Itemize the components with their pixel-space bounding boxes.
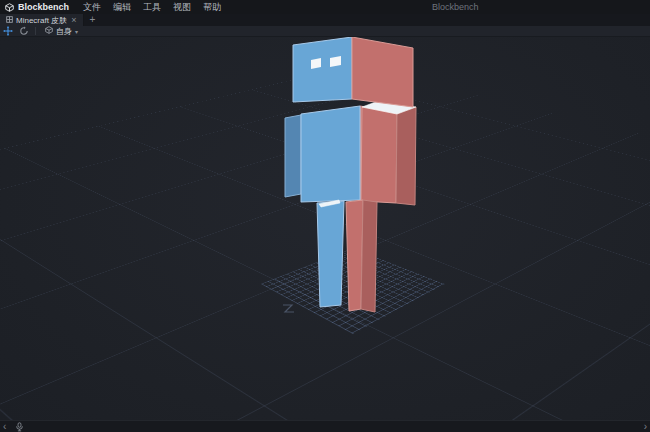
- rotate-tool-icon[interactable]: [19, 26, 29, 36]
- app-name: Blockbench: [18, 2, 69, 12]
- transform-space-dropdown[interactable]: 自身 ▾: [42, 26, 81, 37]
- menu-item-file[interactable]: 文件: [77, 1, 107, 14]
- left-arm-face: [285, 115, 301, 197]
- viewport-3d[interactable]: [0, 37, 650, 420]
- menubar: Blockbench 文件 编辑 工具 视图 帮助 Blockbench: [0, 0, 650, 14]
- right-leg-side-face: [361, 200, 377, 312]
- origin-axis-marker: [283, 305, 294, 312]
- tab-close-icon[interactable]: ×: [70, 16, 77, 25]
- menu-item-tools[interactable]: 工具: [137, 1, 167, 14]
- main-toolbar: 自身 ▾: [0, 26, 650, 37]
- menu-item-view[interactable]: 视图: [167, 1, 197, 14]
- toolbar-separator: [35, 27, 36, 35]
- tab-format-icon: [6, 16, 13, 25]
- head-side-face: [352, 37, 413, 107]
- blockbench-logo-icon: [5, 3, 14, 12]
- chevron-down-icon: ▾: [75, 28, 78, 35]
- tab-minecraft-skin[interactable]: Minecraft 皮肤 ×: [0, 14, 84, 26]
- space-cube-icon: [45, 26, 53, 36]
- window-title: Blockbench: [432, 0, 479, 14]
- app-logo[interactable]: Blockbench: [5, 2, 69, 12]
- left-leg-front-face: [317, 201, 344, 307]
- tab-label: Minecraft 皮肤: [16, 15, 67, 26]
- menu-item-edit[interactable]: 编辑: [107, 1, 137, 14]
- sidebar-collapse-right-icon[interactable]: ›: [644, 422, 647, 432]
- right-leg-front-face: [346, 200, 363, 311]
- menu-item-help[interactable]: 帮助: [197, 1, 227, 14]
- right-arm-front-face: [361, 107, 397, 203]
- head-front-face: [293, 37, 352, 102]
- body-front-face: [301, 106, 360, 202]
- move-tool-icon[interactable]: [3, 26, 13, 36]
- player-model[interactable]: [0, 37, 650, 420]
- new-tab-button[interactable]: +: [84, 14, 100, 26]
- status-bar: ‹ ›: [0, 420, 650, 432]
- blockbench-window: Blockbench 文件 编辑 工具 视图 帮助 Blockbench Min…: [0, 0, 650, 432]
- right-arm-outer-face: [396, 107, 416, 205]
- transform-space-label: 自身: [56, 26, 72, 37]
- tab-bar: Minecraft 皮肤 × +: [0, 14, 650, 26]
- sidebar-collapse-left-icon[interactable]: ‹: [3, 422, 6, 432]
